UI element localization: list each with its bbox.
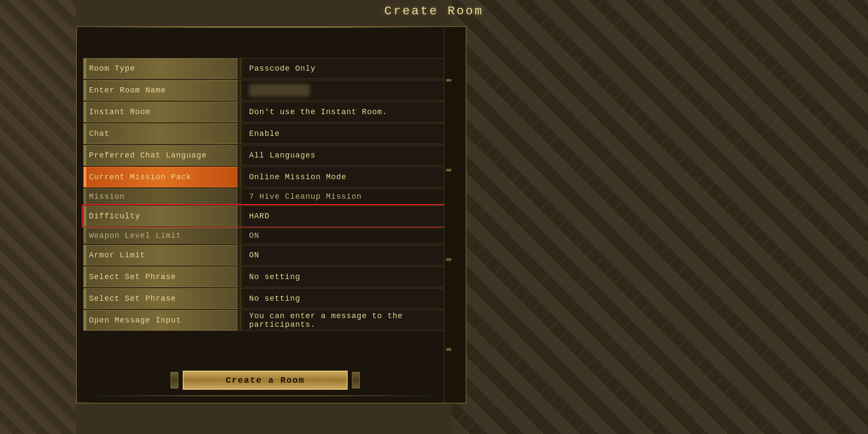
menu-row-difficulty[interactable]: DifficultyHARD: [83, 206, 447, 227]
menu-value-text-instant-room: Don't use the Instant Room.: [249, 108, 388, 116]
menu-row-preferred-chat-language[interactable]: Preferred Chat LanguageAll Languages: [83, 145, 447, 166]
top-border: [83, 27, 447, 28]
blurred-room-name: [249, 84, 310, 96]
menu-label-instant-room: Instant Room: [83, 102, 237, 122]
menu-row-open-message-input[interactable]: Open Message InputYou can enter a messag…: [83, 310, 447, 331]
menu-row-weapon-level-limit[interactable]: Weapon Level LimitON: [83, 227, 447, 244]
menu-label-text-preferred-chat-language: Preferred Chat Language: [89, 151, 207, 160]
page-title: Create Room: [385, 4, 484, 18]
menu-label-text-open-message-input: Open Message Input: [89, 316, 181, 325]
menu-value-preferred-chat-language: All Languages: [243, 145, 447, 166]
menu-value-text-armor-limit: ON: [249, 251, 260, 260]
menu-divider-chat: [237, 123, 243, 144]
menu-value-armor-limit: ON: [243, 245, 447, 266]
menu-divider-instant-room: [237, 102, 243, 122]
menu-label-select-set-phrase-1: Select Set Phrase: [83, 266, 237, 287]
right-accent: [352, 372, 360, 388]
bottom-bar: Create a Room: [77, 371, 454, 390]
menu-row-enter-room-name[interactable]: Enter Room Name: [83, 80, 447, 101]
bg-left-pattern: [0, 0, 76, 434]
menu-value-text-chat: Enable: [249, 129, 280, 138]
menu-row-room-type[interactable]: Room TypePasscode Only: [83, 58, 447, 79]
menu-value-mission: 7 Hive Cleanup Mission: [243, 188, 447, 205]
menu-label-text-instant-room: Instant Room: [89, 108, 151, 116]
menu-label-text-enter-room-name: Enter Room Name: [89, 86, 166, 95]
menu-value-text-mission: 7 Hive Cleanup Mission: [249, 192, 362, 201]
menu-label-weapon-level-limit: Weapon Level Limit: [83, 227, 237, 244]
menu-label-mission: Mission: [83, 188, 237, 205]
menu-container: Room TypePasscode OnlyEnter Room NameIns…: [77, 53, 454, 336]
menu-value-weapon-level-limit: ON: [243, 227, 447, 244]
menu-value-select-set-phrase-2: No setting: [243, 288, 447, 309]
menu-label-text-current-mission-pack: Current Mission Pack: [89, 173, 191, 181]
menu-label-text-weapon-level-limit: Weapon Level Limit: [89, 231, 181, 240]
menu-value-text-difficulty: HARD: [249, 212, 270, 220]
right-panel-border: [451, 26, 467, 404]
menu-row-instant-room[interactable]: Instant RoomDon't use the Instant Room.: [83, 102, 447, 122]
menu-label-difficulty: Difficulty: [83, 206, 237, 227]
create-room-button[interactable]: Create a Room: [183, 371, 348, 390]
menu-value-chat: Enable: [243, 123, 447, 144]
menu-label-open-message-input: Open Message Input: [83, 310, 237, 331]
menu-row-mission[interactable]: Mission7 Hive Cleanup Mission: [83, 188, 447, 205]
menu-divider-mission: [237, 188, 243, 205]
menu-value-instant-room: Don't use the Instant Room.: [243, 102, 447, 122]
menu-label-select-set-phrase-2: Select Set Phrase: [83, 288, 237, 309]
menu-label-text-chat: Chat: [89, 129, 109, 138]
menu-value-text-weapon-level-limit: ON: [249, 231, 260, 240]
menu-divider-select-set-phrase-1: [237, 266, 243, 287]
menu-value-text-preferred-chat-language: All Languages: [249, 151, 316, 160]
menu-label-room-type: Room Type: [83, 58, 237, 79]
menu-spacer: [77, 27, 454, 40]
menu-value-text-current-mission-pack: Online Mission Mode: [249, 173, 346, 181]
menu-value-difficulty: HARD: [243, 206, 447, 227]
left-accent: [171, 372, 178, 388]
menu-value-text-open-message-input: You can enter a message to the participa…: [249, 312, 440, 329]
bg-right-pattern: [451, 0, 868, 434]
menu-row-select-set-phrase-1[interactable]: Select Set PhraseNo setting: [83, 266, 447, 287]
menu-label-text-room-type: Room Type: [89, 64, 135, 73]
menu-label-text-difficulty: Difficulty: [89, 212, 140, 220]
menu-divider-weapon-level-limit: [237, 227, 243, 244]
menu-row-current-mission-pack[interactable]: Current Mission PackOnline Mission Mode: [83, 167, 447, 187]
menu-label-armor-limit: Armor Limit: [83, 245, 237, 266]
menu-label-text-armor-limit: Armor Limit: [89, 251, 145, 260]
menu-divider-open-message-input: [237, 310, 243, 331]
menu-value-enter-room-name: [243, 80, 447, 101]
menu-row-select-set-phrase-2[interactable]: Select Set PhraseNo setting: [83, 288, 447, 309]
menu-divider-room-type: [237, 58, 243, 79]
menu-divider-preferred-chat-language: [237, 145, 243, 166]
bottom-border: [83, 395, 447, 396]
menu-divider-current-mission-pack: [237, 167, 243, 187]
title-bar: Create Room: [0, 4, 868, 18]
menu-label-text-select-set-phrase-1: Select Set Phrase: [89, 273, 176, 281]
menu-value-text-select-set-phrase-2: No setting: [249, 294, 300, 303]
menu-label-text-select-set-phrase-2: Select Set Phrase: [89, 294, 176, 303]
menu-divider-armor-limit: [237, 245, 243, 266]
menu-value-select-set-phrase-1: No setting: [243, 266, 447, 287]
menu-label-current-mission-pack: Current Mission Pack: [83, 167, 237, 187]
main-panel: Room TypePasscode OnlyEnter Room NameIns…: [76, 26, 454, 404]
menu-label-preferred-chat-language: Preferred Chat Language: [83, 145, 237, 166]
menu-value-open-message-input: You can enter a message to the participa…: [243, 310, 447, 331]
menu-value-text-room-type: Passcode Only: [249, 64, 316, 73]
menu-divider-difficulty: [237, 206, 243, 227]
menu-label-text-mission: Mission: [89, 192, 125, 201]
menu-value-current-mission-pack: Online Mission Mode: [243, 167, 447, 187]
create-room-label: Create a Room: [226, 375, 305, 385]
menu-row-armor-limit[interactable]: Armor LimitON: [83, 245, 447, 266]
menu-row-chat[interactable]: ChatEnable: [83, 123, 447, 144]
menu-divider-select-set-phrase-2: [237, 288, 243, 309]
menu-label-chat: Chat: [83, 123, 237, 144]
menu-value-text-select-set-phrase-1: No setting: [249, 273, 300, 281]
menu-label-enter-room-name: Enter Room Name: [83, 80, 237, 101]
menu-divider-enter-room-name: [237, 80, 243, 101]
menu-value-room-type: Passcode Only: [243, 58, 447, 79]
